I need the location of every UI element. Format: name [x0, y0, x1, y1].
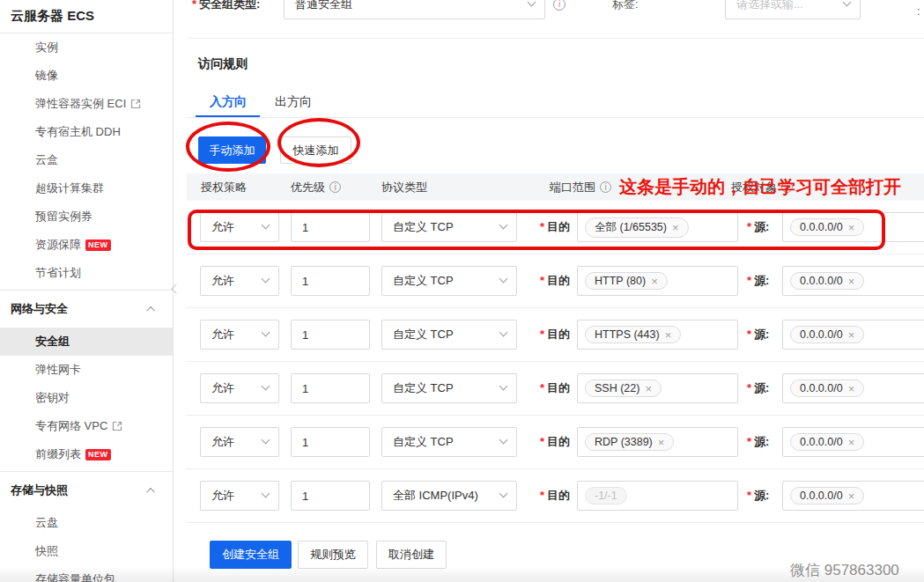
info-icon[interactable]: i [553, 0, 565, 11]
dest-port-box[interactable]: -1/-1 [577, 481, 738, 511]
tag-placeholder: 请选择或输... [736, 0, 803, 12]
protocol-select[interactable]: 自定义 TCP [381, 212, 517, 242]
chevron-down-icon [499, 436, 508, 445]
source-box[interactable]: 0.0.0.0/0× [782, 266, 924, 296]
sidebar-item[interactable]: 云盘 [0, 509, 173, 537]
sg-type-value: 普通安全组 [295, 0, 352, 12]
sidebar-item[interactable]: 超级计算集群 [0, 174, 173, 203]
chevron-down-icon [528, 0, 536, 6]
sidebar-item[interactable]: 镜像 [0, 62, 173, 90]
info-icon[interactable]: i [781, 181, 793, 193]
sidebar-item-label: 超级计算集群 [35, 174, 104, 203]
remove-icon[interactable]: × [848, 383, 855, 394]
dest-port-box[interactable]: SSH (22)× [577, 373, 738, 403]
source-box[interactable]: 0.0.0.0/0× [782, 373, 924, 403]
tab-inbound[interactable]: 入方向 [210, 94, 247, 110]
policy-select[interactable]: 允许 [200, 481, 279, 511]
source-tag: 0.0.0.0/0× [790, 487, 864, 505]
chevron-down-icon [499, 328, 508, 337]
priority-input[interactable] [291, 427, 370, 457]
sidebar-item[interactable]: 弹性网卡 [0, 356, 173, 384]
remove-icon[interactable]: × [848, 490, 855, 502]
protocol-select[interactable]: 自定义 TCP [381, 373, 517, 403]
dest-port-box[interactable]: HTTPS (443)× [577, 320, 738, 350]
dest-port-box[interactable]: 全部 (1/65535)× [577, 212, 738, 242]
required-asterisk: * [540, 381, 544, 394]
port-tag: HTTP (80)× [585, 272, 668, 290]
info-icon[interactable]: i [600, 181, 611, 193]
source-box[interactable]: 0.0.0.0/0× [782, 320, 924, 350]
source-label: *源: [747, 266, 769, 296]
sidebar-item[interactable]: 安全组 [0, 328, 173, 356]
chevron-down-icon [262, 382, 270, 391]
protocol-select[interactable]: 自定义 TCP [381, 320, 517, 350]
dest-label: *目的 [540, 427, 570, 457]
source-box[interactable]: 0.0.0.0/0× [782, 481, 924, 511]
remove-icon[interactable]: × [665, 329, 672, 341]
sidebar-item[interactable]: 预留实例券 [0, 203, 173, 231]
sidebar-section-header[interactable]: 存储与快照 [0, 472, 173, 509]
port-tag: RDP (3389)× [585, 433, 674, 451]
remove-icon[interactable]: × [848, 329, 855, 341]
priority-input[interactable] [291, 212, 370, 242]
chevron-down-icon [843, 0, 852, 6]
dest-port-box[interactable]: RDP (3389)× [577, 427, 738, 457]
sg-type-select[interactable]: 普通安全组 [284, 0, 545, 19]
remove-icon[interactable]: × [848, 276, 855, 287]
sidebar-item[interactable]: 快照 [0, 537, 173, 565]
policy-select[interactable]: 允许 [200, 266, 279, 296]
policy-select[interactable]: 允许 [200, 212, 279, 242]
tag-select[interactable]: 请选择或输... [725, 0, 861, 19]
remove-icon[interactable]: × [651, 276, 658, 287]
policy-select[interactable]: 允许 [200, 427, 279, 457]
protocol-select[interactable]: 自定义 TCP [381, 427, 517, 457]
source-label: *源: [747, 427, 769, 457]
remove-icon[interactable]: × [848, 222, 855, 233]
cancel-create-button[interactable]: 取消创建 [376, 541, 447, 569]
remove-icon[interactable]: × [672, 222, 679, 233]
sidebar-section-label: 网络与安全 [11, 301, 68, 317]
quick-add-button[interactable]: 快速添加 [280, 136, 351, 164]
sidebar-item[interactable]: 密钥对 [0, 384, 173, 412]
policy-select[interactable]: 允许 [200, 320, 279, 350]
chevron-down-icon [499, 275, 508, 284]
policy-select[interactable]: 允许 [200, 373, 279, 403]
remove-icon[interactable]: × [658, 437, 665, 448]
sidebar-section-header[interactable]: 网络与安全 [0, 291, 173, 328]
protocol-select[interactable]: 自定义 TCP [381, 266, 517, 296]
chevron-down-icon [262, 275, 270, 284]
sidebar-collapse-handle[interactable] [173, 278, 181, 299]
sidebar-item[interactable]: 前缀列表NEW [0, 440, 173, 468]
source-box[interactable]: 0.0.0.0/0× [782, 212, 924, 242]
priority-input[interactable] [291, 373, 370, 403]
dest-label: *目的 [540, 266, 570, 296]
sidebar-item-label: 专有宿主机 DDH [35, 118, 121, 146]
sidebar-item[interactable]: 实例 [0, 33, 173, 62]
tab-outbound[interactable]: 出方向 [275, 94, 312, 110]
sidebar-item[interactable]: 云盒 [0, 146, 173, 174]
sidebar-item[interactable]: 存储容量单位包 [0, 565, 173, 582]
source-box[interactable]: 0.0.0.0/0× [782, 427, 924, 457]
create-security-group-button[interactable]: 创建安全组 [210, 541, 292, 569]
sidebar-item[interactable]: 弹性容器实例 ECI [0, 90, 173, 118]
priority-input[interactable] [291, 266, 370, 296]
sidebar-item[interactable]: 节省计划 [0, 259, 173, 287]
priority-input[interactable] [291, 320, 370, 350]
priority-input[interactable] [291, 481, 370, 511]
sidebar-section-label: 存储与快照 [11, 483, 68, 498]
info-icon[interactable]: i [329, 181, 341, 193]
sidebar-item[interactable]: 专有网络 VPC [0, 412, 173, 440]
remove-icon[interactable]: × [645, 383, 652, 394]
sidebar-item[interactable]: 专有宿主机 DDH [0, 118, 173, 146]
remove-icon[interactable]: × [848, 437, 855, 448]
rule-preview-button[interactable]: 规则预览 [298, 541, 368, 569]
manual-add-button[interactable]: 手动添加 [198, 136, 266, 164]
dest-label: *目的 [540, 481, 570, 511]
protocol-select[interactable]: 全部 ICMP(IPv4) [381, 481, 517, 511]
source-label: *源: [747, 481, 769, 511]
sidebar-item[interactable]: 资源保障NEW [0, 231, 173, 259]
column-header: 优先级i [291, 173, 341, 201]
required-asterisk: * [540, 328, 544, 341]
port-tag: 全部 (1/65535)× [585, 217, 689, 238]
dest-port-box[interactable]: HTTP (80)× [577, 266, 738, 296]
